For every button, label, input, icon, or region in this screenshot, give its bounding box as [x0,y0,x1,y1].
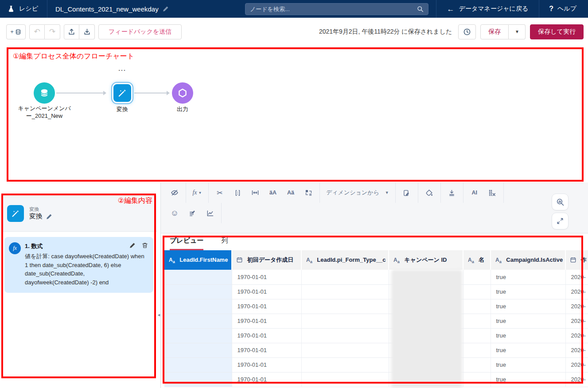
table-cell [389,372,463,387]
app-switcher[interactable]: レシピ [0,0,47,18]
column-header[interactable]: 作 [565,250,588,270]
text-type-icon: Aa [468,256,474,263]
version-history-button[interactable] [458,24,476,39]
redo-icon: ↷ [49,27,55,36]
preview-table: Aa LeadId.FirstName 初回データ作成日 Aa LeadId.p… [164,250,588,387]
lowercase-button[interactable]: äA [265,185,280,200]
table-header-row: Aa LeadId.FirstName 初回データ作成日 Aa LeadId.p… [164,250,588,270]
expand-icon [557,217,564,225]
column-header[interactable]: Aa 名 [463,250,491,270]
save-button[interactable]: 保存 [480,24,509,39]
table-cell [389,314,463,328]
column-header[interactable]: Aa LeadId.FirstName [164,250,232,270]
flow-connector [134,93,169,93]
table-cell [164,284,232,299]
undo-button[interactable]: ↶ [29,24,45,39]
table-cell [463,284,491,299]
table-cell: 1970-01-01 [232,314,301,328]
table-cell: true [491,357,565,372]
table-cell [164,314,232,328]
extract-button[interactable] [230,185,245,200]
explore-data-button[interactable] [552,194,569,210]
flow-node-label: 出力 [165,105,200,113]
edit-values-button[interactable] [399,185,414,200]
flow-node-input-data[interactable] [34,82,55,104]
node-name: 変換 [29,212,43,221]
save-and-run-button[interactable]: 保存して実行 [530,24,584,39]
table-cell: 2020- [565,328,588,343]
resize-width-icon [251,189,259,197]
table-cell [164,299,232,314]
table-cell [164,270,232,284]
save-button-group: 保存 ▼ [480,24,526,39]
column-header[interactable]: Aa CampaignId.IsActive [491,250,565,270]
edit-attributes-button[interactable]: AI [467,185,482,200]
magic-wand-icon [117,88,128,98]
column-label: キャンペーン ID [404,256,447,263]
column-label: 初回データ作成日 [247,256,294,263]
edit-title-icon[interactable] [163,6,169,12]
search-input[interactable] [245,6,417,12]
recipe-title-area: DL_Contents_2021_new_weekday [47,0,177,18]
table-cell [164,357,232,372]
import-export-group [64,24,95,39]
table-row: 1970-01-01true2020- [164,372,588,387]
transform-step-card[interactable]: fx 1. 数式 値を計算: case dayofweek(CreatedDat… [4,237,153,293]
drop-columns-button[interactable] [485,185,500,200]
column-header[interactable]: 初回データ作成日 [232,250,301,270]
substring-button[interactable] [248,185,263,200]
undo-redo-group: ↶ ↷ [29,24,60,39]
collapse-panel-icon[interactable]: ◄ [157,313,161,317]
expand-preview-button[interactable] [552,213,569,229]
table-cell: 1970-01-01 [232,343,301,357]
search-icon[interactable] [417,6,424,12]
uppercase-button[interactable]: Aä [283,185,298,200]
back-to-data-manager-button[interactable]: ← データマネージャに戻る [436,0,539,18]
tab-columns[interactable]: 列 [221,237,228,250]
column-header[interactable]: Aa LeadId.pi_Form_Type__c [301,250,389,270]
dimension-dropdown[interactable]: ディメンションから▼ [320,189,395,197]
table-cell: 2020- [565,357,588,372]
flow-node-transform[interactable] [112,83,132,103]
send-feedback-button[interactable]: フィードバックを送信 [98,24,182,39]
sentiment-button[interactable]: ☺ [167,206,182,221]
help-icon: ? [549,5,553,13]
app-label: レシピ [19,5,38,13]
formula-menu-button[interactable]: fx▼ [190,185,205,200]
redo-button[interactable]: ↷ [45,24,60,39]
bucket-button[interactable] [422,185,437,200]
plus-icon: + [10,28,14,35]
cluster-button[interactable] [185,206,200,221]
tab-preview[interactable]: プレビュー [170,237,203,250]
save-dropdown-button[interactable]: ▼ [509,24,526,39]
chevron-down-icon: ▼ [515,29,519,34]
hide-column-button[interactable] [167,185,182,200]
brackets-icon [234,189,241,197]
download-button[interactable] [79,24,95,39]
time-series-button[interactable] [202,206,218,221]
delete-step-icon[interactable] [142,242,148,248]
fx-icon: fx [192,189,197,196]
edit-node-name-icon[interactable] [46,213,52,220]
column-header[interactable]: Aa キャンペーン ID [389,250,463,270]
line-chart-icon [206,210,214,217]
clock-icon [463,28,471,36]
magic-wand-icon [11,209,20,218]
help-button[interactable]: ? ヘルプ [539,0,588,18]
flow-node-output[interactable] [172,82,193,104]
node-menu-trigger[interactable]: ... [113,65,131,72]
table-cell: 1970-01-01 [232,299,301,314]
split-column-button[interactable]: ✂ [212,185,227,200]
table-cell: 2020- [565,284,588,299]
upload-button[interactable] [64,24,79,39]
edit-step-icon[interactable] [129,242,136,248]
table-row: 1970-01-01true2020- [164,299,588,314]
input-load-button[interactable] [444,185,459,200]
replace-button[interactable] [301,185,316,200]
table-row: 1970-01-01true2020- [164,314,588,328]
formula-step-icon: fx [9,242,21,254]
table-cell: true [491,372,565,387]
add-input-data-button[interactable]: + [6,24,26,39]
table-cell: true [491,270,565,284]
table-cell [164,343,232,357]
